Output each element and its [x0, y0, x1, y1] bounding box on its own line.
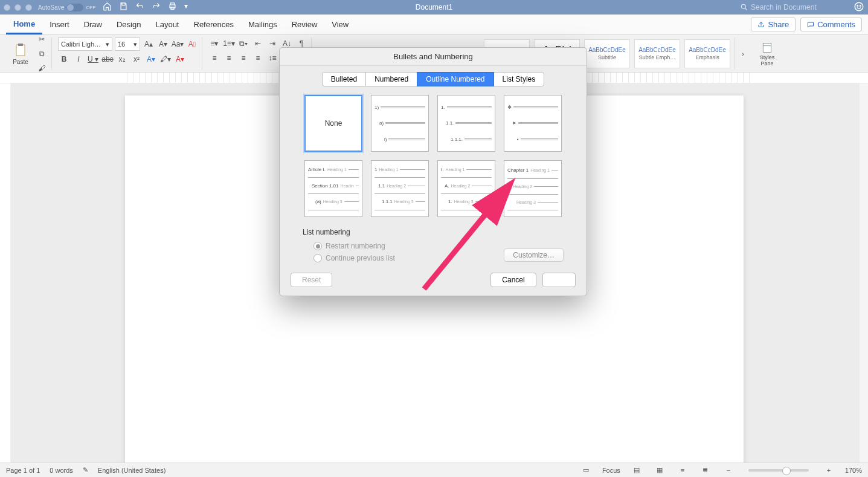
clear-format-icon[interactable]: A⃠ [186, 38, 198, 50]
dialog-tab-outline-numbered[interactable]: Outline Numbered [417, 72, 493, 86]
indent-icon[interactable]: ⇥ [266, 37, 278, 50]
page-indicator[interactable]: Page 1 of 1 [6, 467, 40, 474]
minimize-icon[interactable] [14, 4, 21, 11]
highlight-icon[interactable]: 🖍▾ [159, 53, 172, 65]
outdent-icon[interactable]: ⇤ [252, 37, 264, 50]
chevron-down-icon[interactable]: ▾ [184, 2, 188, 13]
underline-button[interactable]: U ▾ [87, 53, 99, 65]
close-icon[interactable] [4, 4, 10, 11]
tab-draw[interactable]: Draw [77, 15, 109, 34]
align-right-icon[interactable]: ≡ [237, 52, 249, 64]
home-icon[interactable] [103, 2, 112, 13]
styles-more-icon[interactable]: › [738, 37, 748, 70]
focus-mode-icon[interactable]: ▭ [579, 465, 593, 476]
tab-insert[interactable]: Insert [42, 15, 77, 34]
outline-option-1[interactable]: 1)a)i) [371, 95, 429, 152]
grow-font-icon[interactable]: A▴ [143, 38, 155, 50]
justify-icon[interactable]: ≡ [252, 52, 264, 64]
tab-view[interactable]: View [324, 15, 356, 34]
draft-view-icon[interactable]: ≣ [699, 465, 712, 476]
outline-option-0[interactable]: None [304, 95, 362, 152]
focus-label[interactable]: Focus [602, 467, 620, 474]
redo-icon[interactable] [152, 2, 161, 13]
outline-option-7[interactable]: Chapter 1 Heading 1 Heading 2 Heading 3 [504, 160, 562, 217]
bullets-icon[interactable]: ≡▾ [208, 37, 220, 50]
outline-view-icon[interactable]: ≡ [676, 465, 689, 476]
font-name-combo[interactable]: Calibri Ligh…▾ [58, 37, 112, 51]
dialog-tab-numbered[interactable]: Numbered [365, 72, 417, 86]
zoom-in-icon[interactable]: + [822, 465, 835, 476]
line-spacing-icon[interactable]: ↕≡ [266, 52, 278, 64]
zoom-percent[interactable]: 170% [845, 467, 862, 474]
dialog-tab-list-styles[interactable]: List Styles [493, 72, 545, 86]
bold-button[interactable]: B [58, 53, 70, 65]
tab-review[interactable]: Review [285, 15, 325, 34]
search-icon [740, 3, 748, 11]
svg-point-5 [860, 5, 861, 6]
ok-button[interactable]: OK [542, 273, 576, 287]
font-color-icon[interactable]: A▾ [174, 53, 186, 65]
tab-mailings[interactable]: Mailings [241, 15, 285, 34]
web-layout-icon[interactable]: ▦ [653, 465, 666, 476]
paste-button[interactable]: Paste [8, 42, 33, 65]
outline-option-5[interactable]: 1 Heading 11.1 Heading 21.1.1 Heading 3 [371, 160, 429, 217]
reset-button[interactable]: Reset [291, 273, 332, 287]
zoom-out-icon[interactable]: − [722, 465, 735, 476]
vertical-ruler[interactable] [0, 83, 11, 462]
copy-icon[interactable]: ⧉ [36, 48, 48, 60]
subscript-button[interactable]: x₂ [116, 53, 128, 65]
maximize-icon[interactable] [25, 4, 32, 11]
superscript-button[interactable]: x² [130, 53, 143, 65]
cancel-button[interactable]: Cancel [490, 273, 536, 287]
toggle-switch-icon[interactable] [66, 4, 83, 11]
tab-home[interactable]: Home [6, 15, 42, 34]
window-controls[interactable] [4, 4, 32, 11]
outline-option-3[interactable]: ❖➤▪ [504, 95, 562, 152]
vertical-scrollbar[interactable] [860, 83, 868, 462]
undo-icon[interactable] [135, 2, 144, 13]
svg-rect-8 [763, 43, 771, 52]
italic-button[interactable]: I [72, 53, 85, 65]
text-effects-icon[interactable]: A▾ [145, 53, 157, 65]
multilevel-icon[interactable]: ⧉▾ [237, 37, 249, 50]
print-icon[interactable] [168, 2, 177, 13]
style-emphasis[interactable]: AaBbCcDdEeEmphasis [684, 39, 730, 68]
search-box[interactable] [740, 3, 847, 11]
share-button[interactable]: Share [751, 18, 796, 31]
change-case-icon[interactable]: Aa▾ [172, 38, 184, 50]
zoom-slider[interactable] [748, 469, 809, 472]
outline-option-4[interactable]: Article I. Heading 1Section 1.01 Headin(… [304, 160, 362, 217]
cut-icon[interactable]: ✂ [36, 33, 48, 45]
strike-button[interactable]: abc [101, 53, 114, 65]
comments-button[interactable]: Comments [800, 18, 862, 31]
outline-option-6[interactable]: I. Heading 1A. Heading 21. Heading 3 [437, 160, 495, 217]
style-subtle-emph-[interactable]: AaBbCcDdEeSubtle Emph… [634, 39, 680, 68]
paste-label: Paste [13, 59, 28, 65]
customize-button[interactable]: Customize… [504, 248, 564, 262]
title-bar: AutoSave OFF ▾ Document1 [0, 0, 868, 15]
tab-layout[interactable]: Layout [148, 15, 186, 34]
tab-design[interactable]: Design [109, 15, 148, 34]
style-subtitle[interactable]: AaBbCcDdEeSubtitle [584, 39, 630, 68]
align-left-icon[interactable]: ≡ [208, 52, 220, 64]
print-layout-icon[interactable]: ▤ [630, 465, 643, 476]
outline-option-2[interactable]: 1.1.1.1.1.1. [437, 95, 495, 152]
chevron-down-icon: ▾ [133, 41, 137, 48]
quick-access-toolbar: ▾ [103, 2, 188, 13]
font-size-combo[interactable]: 16▾ [115, 37, 140, 51]
shrink-font-icon[interactable]: A▾ [157, 38, 169, 50]
autosave-toggle[interactable]: AutoSave OFF [38, 4, 95, 11]
spellcheck-icon[interactable]: ✎ [83, 466, 88, 474]
align-center-icon[interactable]: ≡ [223, 52, 235, 64]
account-icon[interactable] [854, 1, 864, 14]
numbering-icon[interactable]: 1≡▾ [223, 37, 235, 50]
search-input[interactable] [751, 3, 847, 11]
styles-pane-button[interactable]: Styles Pane [754, 41, 780, 67]
language-indicator[interactable]: English (United States) [98, 467, 166, 474]
save-icon[interactable] [119, 2, 128, 13]
tab-references[interactable]: References [187, 15, 241, 34]
chevron-down-icon: ▾ [106, 41, 109, 48]
word-count[interactable]: 0 words [50, 467, 73, 474]
ribbon-tabs: HomeInsertDrawDesignLayoutReferencesMail… [0, 15, 868, 35]
dialog-tab-bulleted[interactable]: Bulleted [322, 72, 366, 86]
